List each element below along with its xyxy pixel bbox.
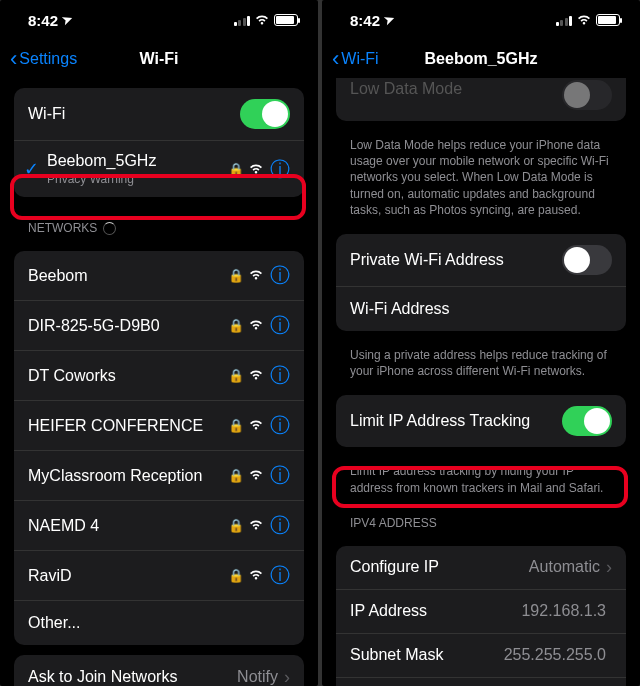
lock-icon: 🔒 [228,468,244,483]
wifi-signal-icon [248,161,264,178]
wifi-address-label: Wi-Fi Address [350,300,612,318]
private-address-toggle[interactable] [562,245,612,275]
cellular-icon [556,15,573,26]
limit-tracking-row: Limit IP Address Tracking [336,395,626,447]
chevron-left-icon: ‹ [10,46,17,72]
wifi-signal-icon [248,567,264,584]
ip-value: 192.168.1.3 [521,602,606,620]
ip-address-row: IP Address 192.168.1.3 [336,590,626,634]
low-data-row: Low Data Mode [336,78,626,121]
lock-icon: 🔒 [228,418,244,433]
chevron-left-icon: ‹ [332,46,339,72]
nav-bar: ‹ Settings Wi-Fi [0,40,318,78]
configure-ip-value: Automatic [529,558,600,576]
ask-label: Ask to Join Networks [28,668,237,686]
wifi-signal-icon [248,267,264,284]
back-label: Wi-Fi [341,50,378,68]
network-row[interactable]: HEIFER CONFERENCE🔒ⓘ [14,401,304,451]
wifi-toggle[interactable] [240,99,290,129]
wifi-label: Wi-Fi [28,105,240,123]
private-footer: Using a private address helps reduce tra… [322,341,640,385]
wifi-icon [576,12,592,29]
cellular-icon [234,15,251,26]
low-data-toggle[interactable] [562,80,612,110]
ask-value: Notify [237,668,278,686]
subnet-value: 255.255.255.0 [504,646,606,664]
connected-name: Beebom_5GHz [47,152,228,170]
router-row: Router 192.168.1.1 [336,678,626,686]
status-time: 8:42 [350,12,380,29]
chevron-right-icon: › [284,667,290,687]
wifi-signal-icon [248,517,264,534]
location-icon: ➤ [382,12,396,29]
configure-ip-label: Configure IP [350,558,529,576]
network-name: MyClassroom Reception [28,467,228,485]
private-address-label: Private Wi-Fi Address [350,251,562,269]
status-time: 8:42 [28,12,58,29]
network-row[interactable]: MyClassroom Reception🔒ⓘ [14,451,304,501]
ipv4-header: IPV4 ADDRESS [322,502,640,536]
status-bar: 8:42 ➤ [0,0,318,40]
info-icon[interactable]: ⓘ [270,462,290,489]
wifi-address-row: Wi-Fi Address [336,287,626,331]
info-icon[interactable]: ⓘ [270,262,290,289]
back-button[interactable]: ‹ Settings [10,46,77,72]
network-row[interactable]: Beebom🔒ⓘ [14,251,304,301]
configure-ip-row[interactable]: Configure IP Automatic › [336,546,626,590]
network-name: DT Coworks [28,367,228,385]
wifi-toggle-row: Wi-Fi [14,88,304,141]
wifi-signal-icon [248,467,264,484]
info-icon[interactable]: ⓘ [270,312,290,339]
network-name: Beebom [28,267,228,285]
private-address-row: Private Wi-Fi Address [336,234,626,287]
lock-icon: 🔒 [228,268,244,283]
network-name: DIR-825-5G-D9B0 [28,317,228,335]
connected-network-row[interactable]: ✓ Beebom_5GHz Privacy Warning 🔒 ⓘ [14,141,304,197]
network-row[interactable]: NAEMD 4🔒ⓘ [14,501,304,551]
battery-icon [596,14,620,26]
lock-icon: 🔒 [228,318,244,333]
network-row[interactable]: RaviD🔒ⓘ [14,551,304,601]
low-data-footer: Low Data Mode helps reduce your iPhone d… [322,131,640,224]
other-network-row[interactable]: Other... [14,601,304,645]
info-icon[interactable]: ⓘ [270,156,290,183]
ask-to-join-row[interactable]: Ask to Join Networks Notify › [14,655,304,686]
lock-icon: 🔒 [228,162,244,177]
subnet-row: Subnet Mask 255.255.255.0 [336,634,626,678]
lock-icon: 🔒 [228,568,244,583]
phone-left: 8:42 ➤ ‹ Settings Wi-Fi Wi-Fi ✓ [0,0,318,686]
subnet-label: Subnet Mask [350,646,504,664]
info-icon[interactable]: ⓘ [270,362,290,389]
wifi-signal-icon [248,367,264,384]
wifi-signal-icon [248,317,264,334]
limit-footer: Limit IP address tracking by hiding your… [322,457,640,501]
info-icon[interactable]: ⓘ [270,512,290,539]
chevron-right-icon: › [606,557,612,578]
location-icon: ➤ [60,12,74,29]
phone-right: 8:42 ➤ ‹ Wi-Fi Beebom_5GHz Low Data Mode… [322,0,640,686]
wifi-icon [254,12,270,29]
limit-toggle[interactable] [562,406,612,436]
battery-icon [274,14,298,26]
network-name: NAEMD 4 [28,517,228,535]
low-data-label: Low Data Mode [350,80,562,98]
status-bar: 8:42 ➤ [322,0,640,40]
page-title: Beebom_5GHz [425,50,538,68]
spinner-icon [103,222,116,235]
ip-label: IP Address [350,602,521,620]
other-label: Other... [28,614,290,632]
nav-bar: ‹ Wi-Fi Beebom_5GHz [322,40,640,78]
limit-label: Limit IP Address Tracking [350,412,562,430]
back-label: Settings [19,50,77,68]
network-row[interactable]: DIR-825-5G-D9B0🔒ⓘ [14,301,304,351]
info-icon[interactable]: ⓘ [270,562,290,589]
lock-icon: 🔒 [228,518,244,533]
page-title: Wi-Fi [140,50,179,68]
info-icon[interactable]: ⓘ [270,412,290,439]
network-name: HEIFER CONFERENCE [28,417,228,435]
lock-icon: 🔒 [228,368,244,383]
back-button[interactable]: ‹ Wi-Fi [332,46,379,72]
wifi-signal-icon [248,417,264,434]
network-row[interactable]: DT Coworks🔒ⓘ [14,351,304,401]
checkmark-icon: ✓ [24,158,39,180]
